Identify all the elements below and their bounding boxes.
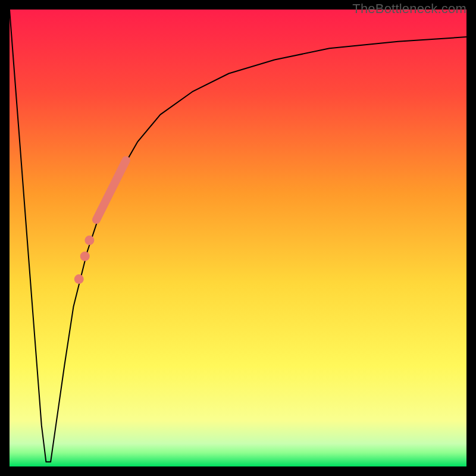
chart-container: TheBottleneck.com xyxy=(0,0,476,476)
svg-point-2 xyxy=(80,252,90,261)
plot-area xyxy=(10,10,466,466)
gradient-background xyxy=(10,10,466,466)
svg-point-1 xyxy=(84,236,94,245)
svg-point-3 xyxy=(74,274,84,284)
chart-svg xyxy=(10,10,466,466)
watermark-text: TheBottleneck.com xyxy=(352,1,466,17)
